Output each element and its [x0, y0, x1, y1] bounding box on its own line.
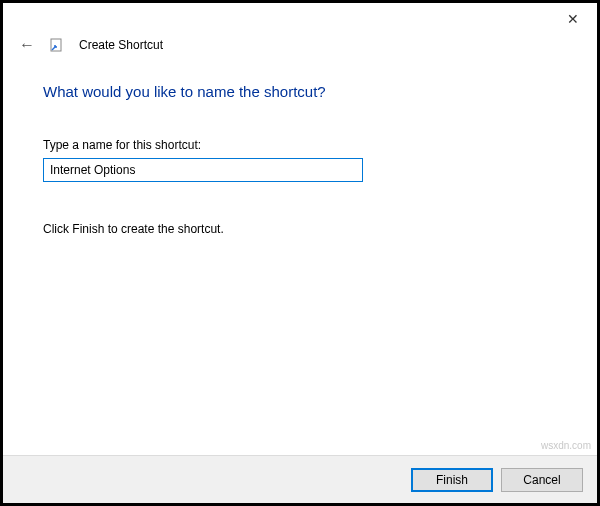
back-arrow-icon[interactable]: ←: [19, 37, 35, 53]
page-heading: What would you like to name the shortcut…: [43, 83, 557, 100]
watermark-text: wsxdn.com: [541, 440, 591, 451]
shortcut-name-label: Type a name for this shortcut:: [43, 138, 557, 152]
wizard-footer: Finish Cancel: [3, 455, 597, 503]
finish-instruction: Click Finish to create the shortcut.: [43, 222, 557, 236]
titlebar: ✕: [3, 3, 597, 35]
shortcut-icon: [49, 37, 65, 53]
wizard-content: What would you like to name the shortcut…: [3, 61, 597, 236]
close-icon[interactable]: ✕: [559, 7, 587, 31]
wizard-title: Create Shortcut: [79, 38, 163, 52]
finish-button[interactable]: Finish: [411, 468, 493, 492]
cancel-button[interactable]: Cancel: [501, 468, 583, 492]
wizard-header: ← Create Shortcut: [3, 35, 597, 61]
shortcut-name-input[interactable]: [43, 158, 363, 182]
